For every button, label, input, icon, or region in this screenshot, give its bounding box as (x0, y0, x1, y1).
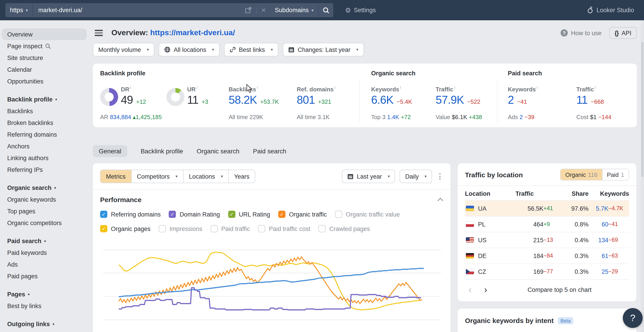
keywords-value[interactable]: 25 (588, 264, 608, 280)
sidebar-item-overview[interactable]: Overview (2, 28, 86, 40)
metric-checkbox-organic-traffic[interactable]: ✓Organic traffic (278, 211, 327, 218)
segment-competitors[interactable]: Competitors▾ (131, 170, 183, 183)
granularity-button[interactable]: Daily ▾ (400, 170, 432, 183)
metric-checkbox-organic-traffic-value[interactable]: Organic traffic value (335, 211, 400, 218)
tab-paid-search[interactable]: Paid search (253, 145, 286, 157)
clear-url-icon[interactable]: × (261, 6, 266, 14)
sidebar-item-backlinks[interactable]: Backlinks (2, 105, 86, 117)
compare-top5-link[interactable]: Compare top 5 on chart (490, 286, 629, 293)
info-icon[interactable]: i (130, 85, 131, 90)
help-fab-button[interactable]: ? (623, 308, 643, 328)
info-icon[interactable]: i (454, 85, 455, 90)
tab-organic-search[interactable]: Organic search (197, 145, 240, 157)
organic-traffic-value[interactable]: 57.9K (436, 94, 464, 106)
sidebar-item-page-inspect[interactable]: Page inspect (2, 40, 86, 52)
info-icon[interactable]: i (197, 85, 198, 90)
sidebar-item-linked-domains[interactable]: Linked domains (2, 330, 86, 332)
prev-page-icon[interactable]: ‹ (466, 285, 474, 294)
chevron-down-icon: ▾ (221, 174, 223, 179)
search-button[interactable] (318, 3, 333, 17)
date-range-button[interactable]: Last year ▾ (342, 170, 395, 183)
keywords-value[interactable]: 60 (588, 216, 608, 232)
url-input[interactable]: market-dveri.ua/ (32, 3, 240, 17)
sidebar-item-opportunities[interactable]: Opportunities (2, 75, 86, 87)
filter-best-links[interactable]: Best links▾ (224, 43, 278, 56)
sidebar-section-pages[interactable]: Pages▴ (2, 288, 86, 300)
ref-domains-value[interactable]: 801 (297, 94, 315, 106)
open-external-icon[interactable] (245, 7, 252, 14)
sidebar-item-top-pages[interactable]: Top pages (2, 205, 86, 217)
keywords-value[interactable]: 61 (588, 248, 608, 264)
metric-checkbox-paid-traffic-cost[interactable]: Paid traffic cost (258, 225, 310, 232)
sidebar-section-outgoing-links[interactable]: Outgoing links▴ (2, 318, 86, 330)
keywords-value[interactable]: 134 (588, 232, 608, 248)
sidebar-item-paid-keywords[interactable]: Paid keywords (2, 247, 86, 258)
next-page-icon[interactable]: › (482, 285, 490, 294)
sidebar-item-referring-ips[interactable]: Referring IPs (2, 164, 86, 176)
info-icon[interactable]: i (595, 85, 596, 90)
sidebar-item-site-structure[interactable]: Site structure (2, 52, 86, 64)
column-header-traffic: Traffic (516, 187, 563, 200)
table-row[interactable]: PL464+90.8%60−41 (465, 216, 629, 232)
settings-button[interactable]: ⚙ Settings (345, 6, 376, 14)
filter-monthly-volume[interactable]: Monthly volume▾ (93, 43, 154, 56)
filter-all-locations[interactable]: All locations▾ (159, 43, 220, 56)
filter-changes-last-year[interactable]: Changes: Last year▾ (283, 43, 364, 56)
ar-value[interactable]: 834,884 (110, 114, 131, 120)
metric-checkbox-paid-traffic[interactable]: Paid traffic (210, 225, 250, 232)
sidebar-item-referring-domains[interactable]: Referring domains (2, 128, 86, 140)
paid-traffic-value[interactable]: 11 (576, 94, 588, 106)
table-row[interactable]: UA56.5K+4197.6%5.7K−4.7K (465, 200, 629, 216)
table-row[interactable]: CZ169−770.3%25−29 (465, 264, 629, 280)
table-row[interactable]: US215−130.4%134−69 (465, 232, 629, 248)
organic-keywords-value[interactable]: 6.6K (371, 94, 394, 106)
metric-checkbox-organic-pages[interactable]: ✓Organic pages (100, 225, 151, 232)
segment-years[interactable]: Years (228, 170, 255, 183)
info-icon[interactable]: i (257, 85, 258, 90)
toggle-paid[interactable]: Paid 1 (602, 169, 629, 180)
sidebar-item-ads[interactable]: Ads (2, 258, 86, 270)
sidebar-item-organic-competitors[interactable]: Organic competitors (2, 217, 86, 229)
segment-label: Years (234, 173, 250, 180)
ref-domains-label: Ref. domainsi (297, 85, 335, 93)
tab-general[interactable]: General (93, 145, 127, 157)
api-button[interactable]: {} API (609, 27, 637, 39)
how-to-use-button[interactable]: ? How to use (560, 29, 602, 36)
collapse-chevron-icon[interactable] (438, 198, 443, 204)
sidebar-section-organic-search[interactable]: Organic search▴ (2, 182, 86, 194)
sidebar-item-calendar[interactable]: Calendar (2, 64, 86, 75)
sidebar-section-paid-search[interactable]: Paid search▴ (2, 235, 86, 247)
metric-checkbox-crawled-pages[interactable]: Crawled pages (318, 225, 370, 232)
metric-checkbox-referring-domains[interactable]: ✓Referring domains (100, 211, 161, 218)
paid-keywords-value[interactable]: 2 (508, 94, 514, 106)
menu-icon[interactable] (95, 30, 103, 36)
scope-dropdown[interactable]: Subdomains ▾ (270, 3, 318, 17)
page-scrollbar[interactable] (641, 20, 644, 332)
metric-checkbox-url-rating[interactable]: ✓URL Rating (228, 211, 270, 218)
metric-checkbox-label: Referring domains (111, 211, 161, 218)
info-icon[interactable]: i (400, 85, 401, 90)
protocol-dropdown[interactable]: https ▾ (6, 3, 32, 17)
page-title-url-link[interactable]: https://market-dveri.ua/ (150, 28, 235, 37)
sidebar-item-broken-backlinks[interactable]: Broken backlinks (2, 117, 86, 128)
sidebar-item-paid-pages[interactable]: Paid pages (2, 270, 86, 282)
sidebar-section-backlink-profile[interactable]: Backlink profile▴ (2, 94, 86, 105)
more-options-icon[interactable] (436, 172, 443, 181)
table-row[interactable]: DE184−840.3%61−63 (465, 248, 629, 264)
info-icon[interactable]: i (334, 85, 335, 90)
metric-checkbox-impressions[interactable]: Impressions (159, 225, 202, 232)
sidebar-item-organic-keywords[interactable]: Organic keywords (2, 194, 86, 205)
looker-studio-button[interactable]: Looker Studio (586, 6, 634, 14)
backlinks-value[interactable]: 58.2K (229, 94, 257, 106)
sidebar-item-linking-authors[interactable]: Linking authors (2, 152, 86, 164)
sidebar-item-anchors[interactable]: Anchors (2, 140, 86, 152)
segment-metrics[interactable]: Metrics (100, 170, 131, 183)
tab-backlink-profile[interactable]: Backlink profile (141, 145, 183, 157)
info-icon[interactable]: i (537, 85, 538, 90)
metric-checkbox-domain-rating[interactable]: ✓Domain Rating (169, 211, 220, 218)
toggle-organic[interactable]: Organic 116 (561, 169, 602, 180)
sidebar-item-best-by-links[interactable]: Best by links (2, 300, 86, 312)
performance-chart[interactable] (100, 236, 443, 326)
segment-locations[interactable]: Locations▾ (183, 170, 228, 183)
keywords-value[interactable]: 5.7K (588, 200, 608, 216)
